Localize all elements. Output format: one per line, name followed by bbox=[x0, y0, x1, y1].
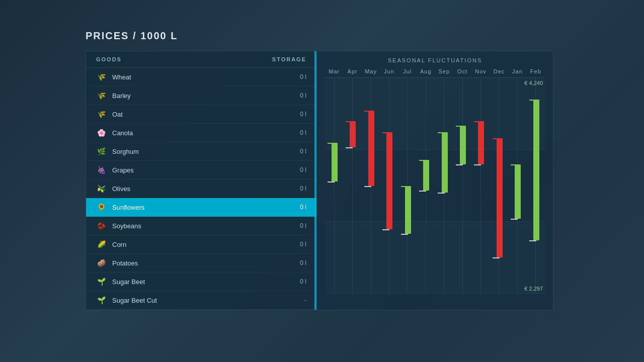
candle-col-jul bbox=[398, 78, 417, 294]
canola-storage: 0 l bbox=[300, 129, 306, 136]
tick-top-apr bbox=[346, 121, 353, 122]
tick-bottom-dec bbox=[493, 257, 500, 258]
candle-col-jun bbox=[380, 78, 398, 294]
tick-bottom-may bbox=[364, 186, 371, 187]
goods-panel: GOODS STORAGE 🌾 Wheat 0 l 🌾 Barley 0 l 🌾… bbox=[86, 51, 317, 310]
goods-item-barley[interactable]: 🌾 Barley 0 l bbox=[86, 86, 316, 105]
goods-header: GOODS STORAGE bbox=[86, 51, 316, 68]
candle-body-feb bbox=[533, 100, 539, 240]
month-label-oct: Oct bbox=[453, 68, 471, 74]
candle-col-mar bbox=[325, 78, 343, 294]
goods-item-sunflowers[interactable]: 🌻 Sunflowers 0 l bbox=[86, 198, 316, 217]
goods-item-wheat[interactable]: 🌾 Wheat 0 l bbox=[86, 68, 316, 86]
goods-list: 🌾 Wheat 0 l 🌾 Barley 0 l 🌾 Oat 0 l 🌸 Can… bbox=[86, 68, 316, 310]
candle-col-apr bbox=[343, 78, 361, 294]
oat-icon: 🌾 bbox=[96, 109, 106, 119]
tick-bottom-jun bbox=[382, 229, 389, 230]
goods-item-corn[interactable]: 🌽 Corn 0 l bbox=[86, 235, 316, 254]
sugar-beet-icon: 🌱 bbox=[96, 277, 106, 287]
content-area: GOODS STORAGE 🌾 Wheat 0 l 🌾 Barley 0 l 🌾… bbox=[86, 51, 644, 310]
candle-body-oct bbox=[460, 126, 466, 164]
tick-top-jul bbox=[401, 186, 408, 187]
wheat-icon: 🌾 bbox=[96, 72, 106, 82]
tick-bottom-aug bbox=[419, 191, 426, 192]
sugar-beet-name: Sugar Beet bbox=[112, 278, 300, 286]
candle-col-aug bbox=[417, 78, 435, 294]
sorghum-icon: 🌿 bbox=[96, 146, 106, 156]
goods-item-potatoes[interactable]: 🥔 Potatoes 0 l bbox=[86, 254, 316, 273]
barley-icon: 🌾 bbox=[96, 90, 106, 101]
candle-col-sep bbox=[435, 78, 453, 294]
scroll-bar[interactable] bbox=[314, 51, 316, 310]
corn-storage: 0 l bbox=[300, 241, 306, 248]
candle-col-may bbox=[362, 78, 380, 294]
storage-column-label: STORAGE bbox=[272, 56, 306, 62]
page-title: PRICES / 1000 L bbox=[86, 30, 644, 42]
candle-col-oct bbox=[453, 78, 471, 294]
canola-name: Canola bbox=[112, 129, 300, 137]
soybeans-name: Soybeans bbox=[112, 222, 300, 230]
candle-col-feb bbox=[527, 78, 545, 294]
goods-item-grapes[interactable]: 🍇 Grapes 0 l bbox=[86, 161, 316, 179]
tick-top-oct bbox=[456, 126, 463, 127]
tick-bottom-apr bbox=[346, 147, 353, 148]
soybeans-storage: 0 l bbox=[300, 222, 306, 229]
chart-title: SEASONAL FLUCTUATIONS bbox=[325, 57, 545, 63]
tick-top-dec bbox=[493, 138, 500, 139]
candle-body-jan bbox=[515, 164, 521, 219]
sugar-beet-cut-name: Sugar Beet Cut bbox=[112, 297, 304, 304]
goods-item-sorghum[interactable]: 🌿 Sorghum 0 l bbox=[86, 142, 316, 161]
oat-name: Oat bbox=[112, 111, 300, 118]
canola-icon: 🌸 bbox=[96, 128, 106, 138]
tick-bottom-jan bbox=[511, 219, 518, 220]
candle-body-nov bbox=[478, 121, 484, 164]
month-label-jul: Jul bbox=[398, 68, 417, 74]
chart-months: MarAprMayJunJulAugSepOctNovDecJanFeb bbox=[325, 68, 545, 74]
barley-storage: 0 l bbox=[300, 92, 306, 99]
tick-bottom-nov bbox=[474, 164, 481, 165]
candle-body-aug bbox=[423, 160, 429, 190]
potatoes-icon: 🥔 bbox=[96, 258, 106, 268]
tick-bottom-jul bbox=[401, 234, 408, 235]
grapes-storage: 0 l bbox=[300, 166, 306, 173]
sugar-beet-cut-icon: 🌱 bbox=[96, 295, 106, 305]
month-label-may: May bbox=[362, 68, 380, 74]
olives-storage: 0 l bbox=[300, 185, 306, 192]
tick-top-feb bbox=[529, 100, 536, 101]
month-label-mar: Mar bbox=[325, 68, 343, 74]
candle-col-nov bbox=[471, 78, 490, 294]
candle-body-dec bbox=[497, 138, 503, 257]
oat-storage: 0 l bbox=[300, 111, 306, 118]
goods-item-oat[interactable]: 🌾 Oat 0 l bbox=[86, 105, 316, 124]
goods-item-sugar-beet[interactable]: 🌱 Sugar Beet 0 l bbox=[86, 273, 316, 291]
sugar-beet-storage: 0 l bbox=[300, 278, 306, 285]
candle-body-sep bbox=[442, 132, 448, 193]
goods-item-olives[interactable]: 🫒 Olives 0 l bbox=[86, 179, 316, 198]
chart-panel: SEASONAL FLUCTUATIONS MarAprMayJunJulAug… bbox=[317, 51, 553, 310]
olives-name: Olives bbox=[112, 185, 300, 193]
wheat-name: Wheat bbox=[112, 73, 300, 81]
goods-item-soybeans[interactable]: 🫘 Soybeans 0 l bbox=[86, 217, 316, 235]
corn-icon: 🌽 bbox=[96, 239, 106, 249]
tick-top-may bbox=[364, 111, 371, 112]
olives-icon: 🫒 bbox=[96, 184, 106, 194]
goods-item-canola[interactable]: 🌸 Canola 0 l bbox=[86, 124, 316, 142]
tick-top-mar bbox=[328, 143, 335, 144]
candle-col-jan bbox=[508, 78, 526, 294]
tick-top-nov bbox=[474, 121, 481, 122]
tick-bottom-feb bbox=[529, 240, 536, 241]
wheat-storage: 0 l bbox=[300, 73, 306, 80]
candle-body-mar bbox=[332, 143, 338, 182]
candle-body-jul bbox=[405, 186, 411, 234]
sorghum-name: Sorghum bbox=[112, 148, 300, 155]
month-label-sep: Sep bbox=[435, 68, 453, 74]
month-label-feb: Feb bbox=[527, 68, 545, 74]
goods-item-sugar-beet-cut[interactable]: 🌱 Sugar Beet Cut - bbox=[86, 291, 316, 310]
candle-body-apr bbox=[350, 121, 356, 147]
sugar-beet-cut-storage: - bbox=[304, 297, 306, 304]
chart-area: € 4,240 € 2,297 bbox=[325, 77, 545, 294]
month-label-nov: Nov bbox=[471, 68, 490, 74]
candle-body-jun bbox=[386, 132, 392, 230]
grapes-name: Grapes bbox=[112, 166, 300, 174]
tick-top-jun bbox=[382, 132, 389, 133]
